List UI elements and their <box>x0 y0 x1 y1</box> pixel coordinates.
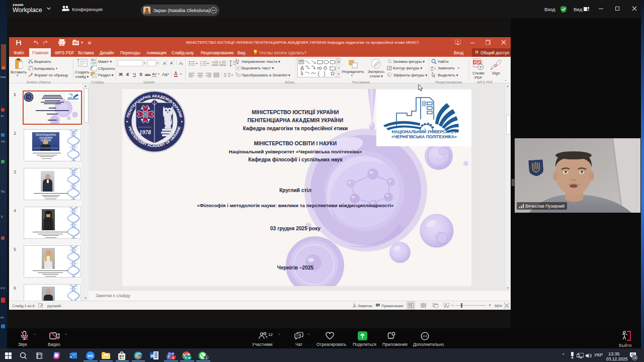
svg-text:o: o <box>188 356 190 359</box>
svg-text:o: o <box>70 355 72 358</box>
svg-text:T: T <box>168 355 170 358</box>
svg-text:«ЧЕРНІГІВСЬКА ПОЛІТЕХНІКА»: «ЧЕРНІГІВСЬКА ПОЛІТЕХНІКА» <box>391 134 457 139</box>
svg-text:W: W <box>150 353 155 358</box>
svg-text:ac: ac <box>431 68 434 71</box>
svg-text:8: 8 <box>172 356 174 359</box>
svg-text:1: 1 <box>205 356 207 359</box>
svg-text:PDF: PDF <box>474 61 480 64</box>
